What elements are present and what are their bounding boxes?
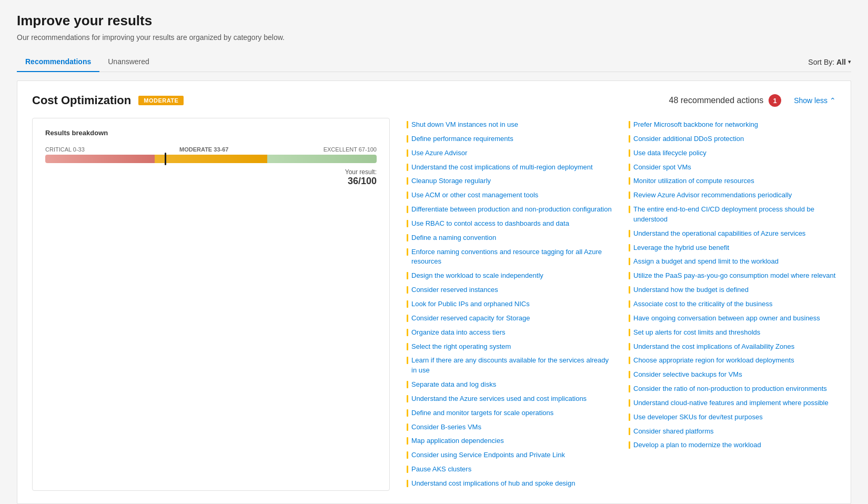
- list-item[interactable]: Consider B-series VMs: [407, 420, 614, 435]
- list-item[interactable]: Prefer Microsoft backbone for networking: [629, 118, 836, 132]
- item-indicator: [407, 329, 408, 336]
- item-indicator: [629, 315, 630, 322]
- list-item[interactable]: Understand cloud-native features and imp…: [629, 396, 836, 410]
- list-item[interactable]: Organize data into access tiers: [407, 326, 614, 340]
- recommended-count: 48 recommended actions: [669, 96, 764, 105]
- item-indicator: [407, 220, 408, 227]
- item-text: Utilize the PaaS pay-as-you-go consumpti…: [633, 271, 835, 281]
- item-indicator: [629, 286, 630, 294]
- label-excellent: EXCELLENT 67-100: [324, 146, 377, 153]
- item-indicator: [629, 414, 630, 421]
- item-indicator: [629, 191, 630, 199]
- list-item[interactable]: Set up alerts for cost limits and thresh…: [629, 326, 836, 340]
- item-indicator: [407, 149, 408, 157]
- list-item[interactable]: Understand how the budget is defined: [629, 283, 836, 297]
- item-text: Understand the Azure services used and c…: [411, 394, 587, 404]
- list-item[interactable]: Separate data and log disks: [407, 378, 614, 392]
- list-item[interactable]: Utilize the PaaS pay-as-you-go consumpti…: [629, 269, 836, 283]
- list-item[interactable]: Assign a budget and spend limit to the w…: [629, 255, 836, 269]
- item-text: Pause AKS clusters: [411, 465, 471, 475]
- item-indicator: [407, 437, 408, 445]
- list-item[interactable]: Define performance requirements: [407, 132, 614, 146]
- item-text: Develop a plan to modernize the workload: [633, 440, 761, 450]
- list-item[interactable]: Consider reserved capacity for Storage: [407, 311, 614, 326]
- list-item[interactable]: Consider spot VMs: [629, 160, 836, 175]
- item-indicator: [407, 191, 408, 199]
- list-item[interactable]: Map application dependencies: [407, 434, 614, 448]
- progress-moderate: [155, 155, 267, 163]
- list-item[interactable]: Consider additional DDoS protection: [629, 132, 836, 146]
- list-item[interactable]: The entire end-to-end CI/CD deployment p…: [629, 203, 836, 227]
- item-indicator: [629, 357, 630, 364]
- item-indicator: [407, 121, 408, 128]
- list-item[interactable]: Develop a plan to modernize the workload: [629, 438, 836, 452]
- item-text: Understand the operational capabilities …: [633, 229, 805, 239]
- list-item[interactable]: Look for Public IPs and orphaned NICs: [407, 297, 614, 311]
- item-indicator: [629, 135, 630, 143]
- list-item[interactable]: Consider shared platforms: [629, 425, 836, 439]
- list-item[interactable]: Consider reserved instances: [407, 283, 614, 297]
- list-item[interactable]: Select the right operating system: [407, 340, 614, 354]
- item-indicator: [407, 135, 408, 143]
- item-text: Use ACM or other cost management tools: [411, 190, 538, 200]
- list-item[interactable]: Shut down VM instances not in use: [407, 118, 614, 132]
- list-item[interactable]: Define and monitor targets for scale ope…: [407, 406, 614, 420]
- list-item[interactable]: Have ongoing conversation between app ow…: [629, 311, 836, 326]
- list-item[interactable]: Understand the Azure services used and c…: [407, 392, 614, 406]
- list-item[interactable]: Understand the operational capabilities …: [629, 227, 836, 241]
- item-indicator: [629, 230, 630, 237]
- item-text: Understand the cost implications of Avai…: [633, 342, 794, 352]
- item-indicator: [407, 286, 408, 294]
- list-item[interactable]: Differentiate between production and non…: [407, 203, 614, 217]
- item-text: Map application dependencies: [411, 436, 504, 446]
- item-indicator: [629, 441, 630, 449]
- item-text: Use data lifecycle policy: [633, 148, 706, 158]
- list-item[interactable]: Understand cost implications of hub and …: [407, 477, 614, 491]
- item-indicator: [407, 206, 408, 213]
- list-item[interactable]: Use Azure Advisor: [407, 146, 614, 160]
- list-item[interactable]: Consider the ratio of non-production to …: [629, 382, 836, 396]
- list-item[interactable]: Review Azure Advisor recommendations per…: [629, 188, 836, 203]
- list-item[interactable]: Understand the cost implications of mult…: [407, 160, 614, 175]
- tab-recommendations[interactable]: Recommendations: [17, 52, 99, 72]
- list-item[interactable]: Pause AKS clusters: [407, 462, 614, 477]
- list-item[interactable]: Design the workload to scale independent…: [407, 269, 614, 283]
- item-indicator: [629, 121, 630, 128]
- item-indicator: [629, 149, 630, 157]
- item-text: Monitor utilization of compute resources: [633, 176, 754, 186]
- list-item[interactable]: Consider selective backups for VMs: [629, 368, 836, 382]
- tabs-bar: Recommendations Unanswered Sort By: All …: [17, 52, 851, 72]
- sort-by-control[interactable]: Sort By: All ▾: [808, 58, 851, 66]
- list-item[interactable]: Monitor utilization of compute resources: [629, 174, 836, 188]
- show-less-button[interactable]: Show less ⌃: [794, 96, 836, 105]
- list-item[interactable]: Use developer SKUs for dev/test purposes: [629, 410, 836, 425]
- list-item[interactable]: Enforce naming conventions and resource …: [407, 245, 614, 269]
- list-item[interactable]: Choose appropriate region for workload d…: [629, 354, 836, 368]
- item-indicator: [629, 244, 630, 251]
- cost-optimization-card: Cost Optimization MODERATE 48 recommende…: [17, 80, 851, 504]
- list-item[interactable]: Define a naming convention: [407, 231, 614, 245]
- item-text: Define a naming convention: [411, 233, 496, 243]
- list-item[interactable]: Leverage the hybrid use benefit: [629, 241, 836, 255]
- item-indicator: [407, 315, 408, 322]
- list-item[interactable]: Use RBAC to contol access to dashboards …: [407, 217, 614, 231]
- item-indicator: [407, 466, 408, 473]
- page-title: Improve your results: [17, 13, 851, 29]
- list-item[interactable]: Associate cost to the criticality of the…: [629, 297, 836, 311]
- item-indicator: [407, 381, 408, 388]
- list-item[interactable]: Consider using Service Endpoints and Pri…: [407, 448, 614, 462]
- list-item[interactable]: Use ACM or other cost management tools: [407, 188, 614, 203]
- results-breakdown: Results breakdown CRITICAL 0-33 MODERATE…: [32, 118, 390, 491]
- item-indicator: [629, 177, 630, 185]
- chevron-down-icon: ▾: [848, 58, 851, 65]
- item-text: Enforce naming conventions and resource …: [411, 247, 614, 267]
- tab-unanswered[interactable]: Unanswered: [99, 52, 158, 72]
- list-item[interactable]: Cleanup Storage regularly: [407, 174, 614, 188]
- list-item[interactable]: Understand the cost implications of Avai…: [629, 340, 836, 354]
- item-indicator: [407, 424, 408, 431]
- list-item[interactable]: Learn if there are any discounts availab…: [407, 354, 614, 378]
- item-text: Consider spot VMs: [633, 163, 691, 173]
- item-text: Consider shared platforms: [633, 427, 713, 437]
- list-item[interactable]: Use data lifecycle policy: [629, 146, 836, 160]
- item-text: Have ongoing conversation between app ow…: [633, 314, 820, 324]
